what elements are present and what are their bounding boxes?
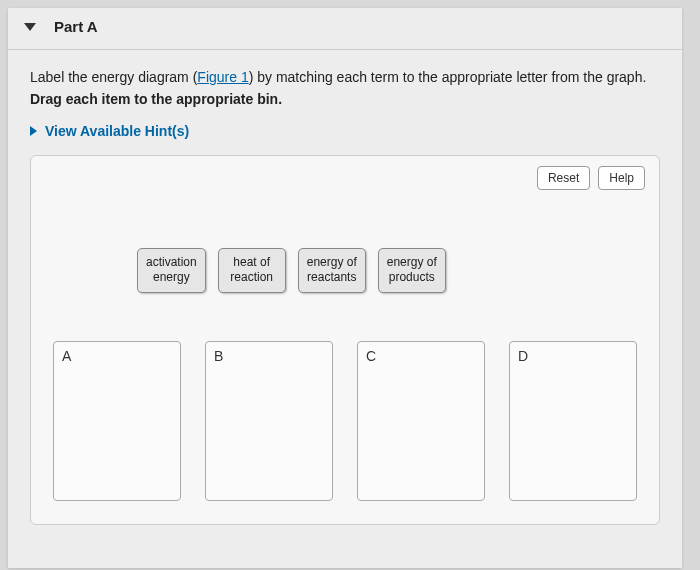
hints-toggle[interactable]: View Available Hint(s): [8, 119, 682, 151]
bin-label: D: [518, 348, 628, 364]
bin-b[interactable]: B: [205, 341, 333, 501]
bins-row: A B C D: [45, 341, 645, 501]
drag-items-row: activationenergy heat ofreaction energy …: [137, 248, 645, 293]
bin-label: C: [366, 348, 476, 364]
drag-item-energy-of-products[interactable]: energy ofproducts: [378, 248, 446, 293]
drag-item-energy-of-reactants[interactable]: energy ofreactants: [298, 248, 366, 293]
part-header[interactable]: Part A: [8, 8, 682, 49]
bin-c[interactable]: C: [357, 341, 485, 501]
bin-label: A: [62, 348, 172, 364]
figure-link[interactable]: Figure 1: [197, 69, 248, 85]
drag-item-activation-energy[interactable]: activationenergy: [137, 248, 206, 293]
hints-label: View Available Hint(s): [45, 123, 189, 139]
part-title: Part A: [54, 18, 98, 35]
caret-down-icon: [24, 23, 36, 31]
drag-item-heat-of-reaction[interactable]: heat ofreaction: [218, 248, 286, 293]
bin-label: B: [214, 348, 324, 364]
caret-right-icon: [30, 126, 37, 136]
bin-d[interactable]: D: [509, 341, 637, 501]
workspace: Reset Help activationenergy heat ofreact…: [30, 155, 660, 525]
page-container: Part A Label the energy diagram (Figure …: [8, 8, 682, 568]
bin-a[interactable]: A: [53, 341, 181, 501]
reset-button[interactable]: Reset: [537, 166, 590, 190]
workspace-buttons: Reset Help: [45, 166, 645, 190]
help-button[interactable]: Help: [598, 166, 645, 190]
instruction-drag: Drag each item to the appropriate bin.: [30, 91, 282, 107]
instructions: Label the energy diagram (Figure 1) by m…: [8, 50, 682, 119]
instruction-text-post: ) by matching each term to the appropria…: [249, 69, 647, 85]
instruction-text-pre: Label the energy diagram (: [30, 69, 197, 85]
